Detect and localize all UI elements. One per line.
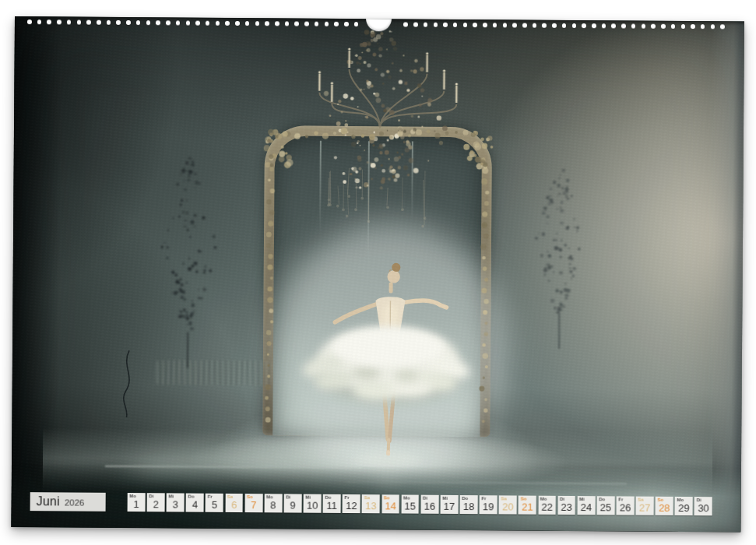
day-number: 6 (225, 499, 243, 511)
day-cell-19: Fr19 (480, 495, 498, 514)
day-cell-26: Fr26 (617, 496, 635, 515)
punch-hole (602, 23, 607, 28)
day-cell-29: Mo29 (675, 497, 693, 515)
day-cell-14: So14 (382, 494, 399, 513)
punch-hole (354, 22, 359, 26)
punch-hole (483, 23, 487, 27)
punch-hole (572, 23, 577, 28)
day-cell-11: Do11 (323, 494, 341, 513)
punch-hole (443, 23, 448, 27)
day-cell-22: Mo22 (538, 496, 556, 515)
day-cell-6: Sa6 (225, 494, 243, 512)
punch-hole (344, 22, 349, 26)
day-number: 21 (519, 501, 536, 513)
day-number: 9 (284, 499, 302, 511)
punch-hole (47, 19, 51, 24)
day-cell-8: Mo8 (264, 494, 282, 512)
punch-hole (592, 23, 596, 28)
punch-hole (216, 21, 220, 26)
day-number: 19 (480, 501, 498, 512)
punch-hole (195, 21, 200, 26)
punch-hole (720, 24, 725, 29)
punch-hole (245, 21, 250, 26)
day-number: 26 (617, 501, 635, 513)
vignette (11, 16, 744, 533)
punch-hole (315, 22, 319, 26)
day-cell-4: Do4 (186, 494, 204, 512)
punch-hole (473, 23, 477, 27)
day-cell-27: Sa27 (636, 497, 654, 515)
day-number: 24 (577, 501, 595, 513)
day-cell-10: Mi10 (304, 494, 322, 513)
day-number: 14 (382, 500, 399, 512)
punch-hole (701, 24, 705, 29)
day-number: 3 (167, 498, 185, 510)
punch-hole (225, 21, 230, 26)
punch-hole (502, 23, 507, 27)
punch-hole (166, 20, 171, 25)
day-cell-20: Sa20 (499, 495, 517, 514)
day-number: 25 (596, 501, 614, 513)
punch-hole (97, 20, 101, 25)
day-cell-17: Mi17 (440, 495, 458, 514)
punch-hole (463, 23, 468, 27)
punch-hole (542, 23, 547, 28)
day-cell-12: Fr12 (343, 494, 360, 513)
year-number: 2026 (65, 498, 85, 507)
punch-hole (176, 20, 181, 25)
calendar-product-photo: Juni 2026 Mo1Di2Mi3Do4Fr5Sa6So7Mo8Di9Mi1… (0, 0, 756, 545)
day-cell-3: Mi3 (167, 493, 185, 512)
day-cell-5: Fr5 (206, 494, 223, 512)
day-number: 13 (362, 500, 380, 512)
day-cell-16: Di16 (420, 495, 438, 514)
punch-hole (107, 20, 111, 25)
punch-hole (185, 21, 190, 26)
day-number: 29 (675, 502, 693, 514)
calendar-page: Juni 2026 Mo1Di2Mi3Do4Fr5Sa6So7Mo8Di9Mi1… (11, 16, 744, 533)
punch-hole (67, 19, 72, 24)
punch-hole (711, 24, 716, 29)
month-label-box: Juni 2026 (30, 492, 106, 511)
punch-hole (334, 22, 339, 26)
day-cell-28: So28 (656, 497, 673, 515)
day-number: 10 (304, 500, 322, 512)
punch-hole (304, 22, 309, 26)
day-cell-25: Do25 (596, 496, 614, 515)
day-cell-30: Di30 (694, 497, 712, 515)
day-number: 18 (460, 501, 478, 512)
punch-hole (235, 21, 240, 26)
calendar-artwork-ballerina-scene (11, 16, 744, 533)
punch-hole (275, 21, 280, 26)
day-cell-1: Mo1 (128, 493, 146, 512)
day-number: 4 (186, 499, 204, 511)
punch-hole (294, 22, 299, 26)
punch-hole (424, 23, 428, 27)
punch-hole (403, 22, 408, 26)
punch-hole (512, 23, 517, 27)
punch-hole (325, 22, 329, 26)
punch-hole (255, 21, 259, 26)
day-number: 15 (401, 500, 419, 512)
day-number: 20 (499, 501, 517, 512)
punch-hole (611, 23, 616, 28)
day-number: 5 (206, 499, 223, 511)
day-cell-24: Mi24 (577, 496, 595, 515)
punch-hole (582, 23, 586, 28)
day-number: 30 (694, 502, 712, 514)
punch-hole (651, 24, 656, 29)
punch-hole (691, 24, 695, 29)
punch-hole (77, 20, 82, 25)
punch-hole (116, 20, 121, 25)
day-number: 11 (323, 500, 341, 512)
day-cell-21: So21 (519, 496, 536, 515)
punch-hole (86, 20, 91, 25)
day-cell-18: Do18 (460, 495, 478, 514)
punch-hole (562, 23, 567, 28)
punch-hole (621, 23, 626, 28)
punch-hole (285, 21, 290, 26)
day-cell-15: Mo15 (401, 494, 419, 513)
punch-hole (27, 19, 32, 24)
punch-hole (661, 24, 666, 29)
punch-hole (156, 20, 160, 25)
punch-hole (37, 19, 42, 24)
